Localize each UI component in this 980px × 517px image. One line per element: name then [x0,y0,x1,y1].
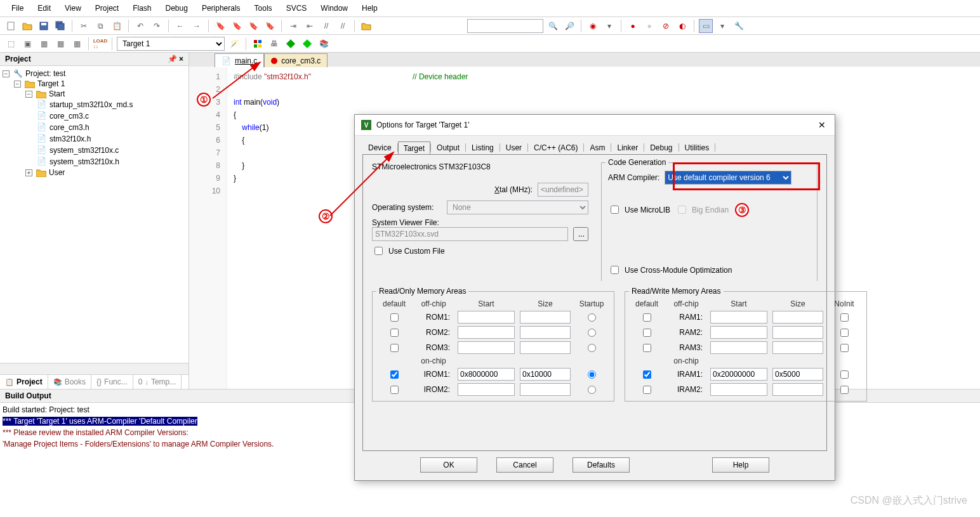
rom2-start[interactable] [458,326,515,339]
pin-icon[interactable]: 📌 [168,55,177,63]
bookmark-clear-icon[interactable]: 🔖 [263,19,277,33]
irom2-size[interactable] [520,383,571,396]
iram2-start[interactable] [710,383,767,396]
find-combo[interactable] [467,19,543,33]
tab-debug[interactable]: Debug [644,141,678,154]
options-icon[interactable]: 🪄 [227,37,241,51]
menu-tools[interactable]: Tools [248,3,279,14]
pack-installer-icon[interactable] [284,37,298,51]
ram1-start[interactable] [710,311,767,324]
tree-file[interactable]: startup_stm32f10x_md.s [50,100,133,109]
rom2-startup[interactable] [588,329,596,337]
tab-output[interactable]: Output [431,141,465,154]
bookmark-icon[interactable]: 🔖 [213,19,227,33]
ram2-default[interactable] [643,329,651,337]
iram2-default[interactable] [643,386,651,394]
window-icon[interactable]: ▭ [699,19,713,33]
dialog-titlebar[interactable]: VOptions for Target 'Target 1' ✕ [355,115,835,136]
menu-edit[interactable]: Edit [31,3,57,14]
tree-file[interactable]: core_cm3.h [50,123,89,132]
iram1-noinit[interactable] [840,370,849,379]
menu-project[interactable]: Project [89,3,125,14]
tree-file[interactable]: core_cm3.c [50,112,89,121]
cancel-button[interactable]: Cancel [496,457,553,473]
tree-collapse-icon[interactable]: − [3,70,10,77]
dropdown-icon[interactable]: ▾ [602,19,616,33]
project-tab-functions[interactable]: {} Func... [91,375,133,389]
download-icon[interactable]: LOAD↓↓ [93,37,107,51]
indent-icon[interactable]: ⇥ [286,19,300,33]
open-icon[interactable] [20,19,34,33]
find-icon[interactable] [359,19,373,33]
menu-debug[interactable]: Debug [159,3,194,14]
rom3-size[interactable] [520,341,571,354]
defaults-button[interactable]: Defaults [573,457,630,473]
manage-icon[interactable] [251,37,265,51]
irom2-startup[interactable] [588,386,596,394]
rom1-default[interactable] [390,313,399,322]
scrollbar-horizontal[interactable] [0,363,189,374]
rebuild-icon[interactable]: ▦ [37,37,51,51]
editor-tab-corecm3[interactable]: core_cm3.c [264,53,328,67]
config-icon[interactable]: 🔧 [732,19,746,33]
rte-icon[interactable] [300,37,314,51]
breakpoint-kill-icon[interactable]: ⊘ [659,19,673,33]
tree-collapse-icon[interactable]: − [14,81,21,88]
batch-build-icon[interactable]: ▦ [53,37,67,51]
irom1-size[interactable] [520,368,571,381]
search-icon[interactable]: 🔍 [546,19,560,33]
tab-cpp[interactable]: C/C++ (AC6) [528,141,583,154]
rom1-start[interactable] [458,311,515,324]
tab-linker[interactable]: Linker [611,141,644,154]
tab-target[interactable]: Target [398,141,430,155]
bookmark-next-icon[interactable]: 🔖 [246,19,260,33]
paste-icon[interactable]: 📋 [110,19,124,33]
close-icon[interactable]: ✕ [816,119,828,131]
menu-window[interactable]: Window [314,3,354,14]
rom2-default[interactable] [390,329,399,337]
ram1-noinit[interactable] [840,313,849,322]
books-icon[interactable]: 📚 [317,37,331,51]
close-panel-icon[interactable]: × [179,55,183,63]
build-icon[interactable]: ▣ [20,37,34,51]
outdent-icon[interactable]: ⇤ [303,19,317,33]
tab-asm[interactable]: Asm [584,141,611,154]
undo-icon[interactable]: ↶ [133,19,147,33]
rom3-default[interactable] [390,344,399,352]
ok-button[interactable]: OK [420,457,477,473]
project-tree[interactable]: −🔧 Project: test −Target 1 −Start 📄start… [0,66,189,363]
ram1-default[interactable] [643,313,651,322]
iram1-size[interactable] [772,368,823,381]
custom-file-check[interactable]: Use Custom File [372,245,588,257]
ram3-size[interactable] [772,341,823,354]
translate-icon[interactable]: ⬚ [4,37,18,51]
crossmod-check[interactable]: Use Cross-Module Optimization [608,264,811,276]
ram3-start[interactable] [710,341,767,354]
tab-utilities[interactable]: Utilities [679,141,715,154]
tab-user[interactable]: User [500,141,527,154]
arm-compiler-select[interactable]: Use default compiler version 6 [665,171,791,185]
dropdown2-icon[interactable]: ▾ [715,19,729,33]
stop-build-icon[interactable]: ▦ [70,37,84,51]
help-button[interactable]: Help [712,457,769,473]
microlib-check[interactable]: Use MicroLIB [608,204,670,216]
irom2-start[interactable] [458,383,515,396]
print-icon[interactable]: 🖶 [267,37,281,51]
nav-fwd-icon[interactable]: → [190,19,204,33]
target-select[interactable]: Target 1 [117,37,225,51]
rom3-startup[interactable] [588,344,596,352]
project-tab-templates[interactable]: 0↓ Temp... [133,375,182,389]
save-icon[interactable] [37,19,51,33]
ram1-size[interactable] [772,311,823,324]
nav-back-icon[interactable]: ← [173,19,187,33]
ram2-start[interactable] [710,326,767,339]
os-select[interactable]: None [447,200,588,214]
iram2-size[interactable] [772,383,823,396]
rom2-size[interactable] [520,326,571,339]
xtal-input[interactable] [538,183,588,197]
redo-icon[interactable]: ↷ [150,19,164,33]
iram1-default[interactable] [643,370,651,379]
irom1-start[interactable] [458,368,515,381]
rom1-size[interactable] [520,311,571,324]
tree-expand-icon[interactable]: + [25,169,32,176]
